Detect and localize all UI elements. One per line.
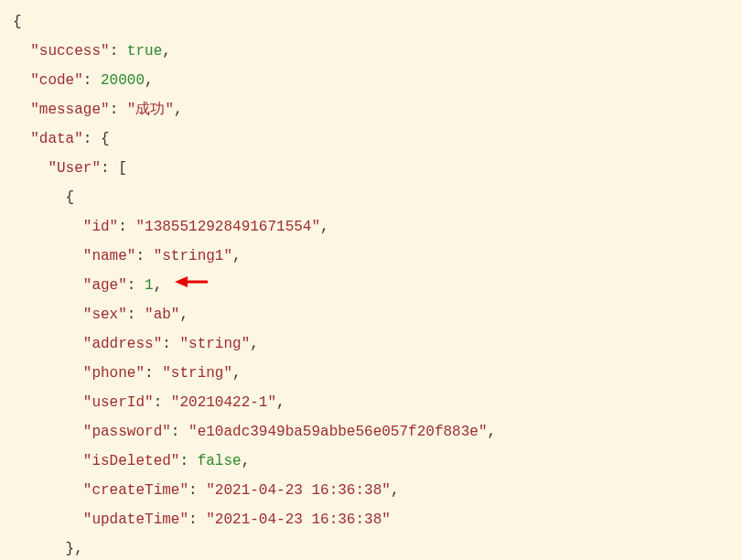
key-address: "address" <box>83 336 162 352</box>
key-createtime: "createTime" <box>83 482 188 499</box>
json-code-block: { "success": true, "code": 20000, "messa… <box>0 0 742 560</box>
object-brace-close: }, <box>66 541 83 557</box>
user-bracket-open: [ <box>118 160 127 177</box>
val-id: "1385512928491671554" <box>135 219 320 235</box>
data-brace-open: { <box>101 131 110 147</box>
key-age: "age" <box>83 277 127 294</box>
val-age: 1 <box>145 277 154 294</box>
key-updatetime: "updateTime" <box>83 512 188 528</box>
key-name: "name" <box>83 248 136 264</box>
val-sex: "ab" <box>145 307 179 323</box>
val-password: "e10adc3949ba59abbe56e057f20f883e" <box>188 424 487 440</box>
val-code: 20000 <box>101 72 145 89</box>
key-success: "success" <box>30 43 109 59</box>
val-isdeleted: false <box>198 453 242 469</box>
val-userid: "20210422-1" <box>171 394 276 411</box>
key-phone: "phone" <box>83 365 145 382</box>
val-message: "成功" <box>127 102 174 118</box>
svg-marker-1 <box>175 276 188 287</box>
key-sex: "sex" <box>83 307 127 323</box>
brace-open: { <box>13 14 22 30</box>
key-id: "id" <box>83 219 118 235</box>
key-userid: "userId" <box>83 394 154 411</box>
val-phone: "string" <box>162 365 232 382</box>
key-data: "data" <box>30 131 83 147</box>
arrow-annotation-icon <box>175 271 208 300</box>
key-isdeleted: "isDeleted" <box>83 453 180 469</box>
object-brace-open: { <box>66 189 75 206</box>
val-address: "string" <box>179 336 250 352</box>
val-updatetime: "2021-04-23 16:36:38" <box>206 512 391 528</box>
val-createtime: "2021-04-23 16:36:38" <box>206 482 391 499</box>
key-code: "code" <box>30 72 83 89</box>
key-password: "password" <box>83 424 171 440</box>
val-success: true <box>127 43 162 59</box>
val-name: "string1" <box>154 248 232 264</box>
key-user: "User" <box>48 160 101 177</box>
key-message: "message" <box>30 102 109 118</box>
